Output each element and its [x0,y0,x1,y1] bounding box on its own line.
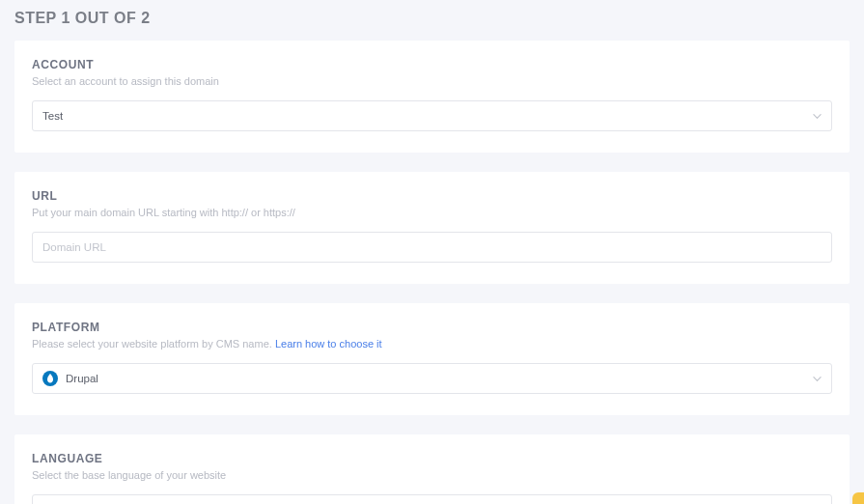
url-label: URL [32,189,832,203]
chevron-down-icon [812,111,822,121]
language-select[interactable]: Select language... [32,494,832,504]
corner-widget[interactable] [852,492,864,504]
platform-card: PLATFORM Please select your website plat… [14,303,850,415]
account-help: Select an account to assign this domain [32,75,832,87]
drupal-icon [42,371,58,386]
language-help: Select the base language of your website [32,469,832,481]
platform-help: Please select your website platform by C… [32,338,832,350]
account-select-value: Test [42,110,812,122]
url-card: URL Put your main domain URL starting wi… [14,172,850,284]
platform-label: PLATFORM [32,321,832,334]
platform-select-value: Drupal [66,373,812,384]
domain-url-input[interactable] [32,232,832,263]
chevron-down-icon [812,374,822,383]
account-card: ACCOUNT Select an account to assign this… [14,41,850,153]
account-label: ACCOUNT [32,58,832,71]
url-help: Put your main domain URL starting with h… [32,207,832,218]
page-title: STEP 1 OUT OF 2 [14,10,850,27]
platform-select[interactable]: Drupal [32,363,832,394]
account-select[interactable]: Test [32,100,832,131]
language-card: LANGUAGE Select the base language of you… [14,434,850,504]
platform-help-link[interactable]: Learn how to choose it [275,338,382,350]
language-label: LANGUAGE [32,452,832,465]
platform-help-text: Please select your website platform by C… [32,338,275,350]
